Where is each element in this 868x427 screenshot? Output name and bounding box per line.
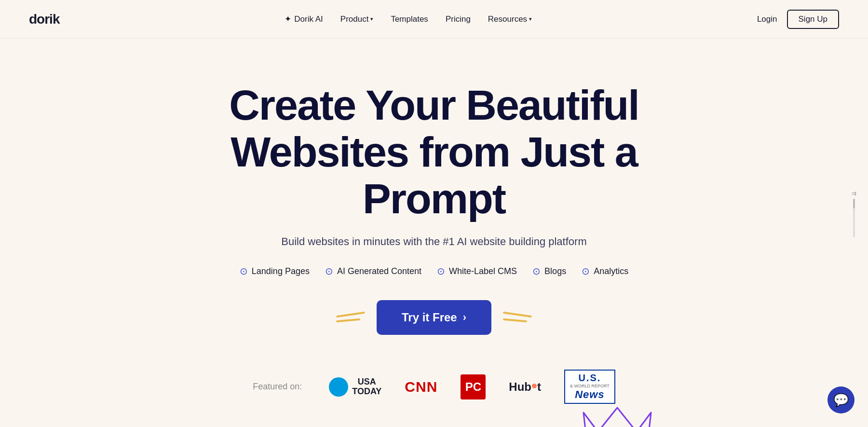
nav-item-templates[interactable]: Templates — [391, 14, 428, 24]
feature-list: ⊙ Landing Pages ⊙ AI Generated Content ⊙… — [240, 265, 628, 277]
nav-links: ✦ Dorik AI Product ▾ Templates Pricing R… — [285, 14, 532, 24]
nav-item-resources[interactable]: Resources ▾ — [488, 14, 532, 24]
nav-auth: Login Sign Up — [757, 10, 839, 29]
nav-item-pricing[interactable]: Pricing — [446, 14, 471, 24]
nav-templates-label: Templates — [391, 14, 428, 24]
squiggle-right-decoration — [503, 314, 532, 321]
hubspot-dot-icon — [532, 384, 537, 388]
check-icon-2: ⊙ — [325, 265, 333, 277]
hero-title-line1: Create Your Beautiful — [229, 81, 639, 129]
squiggle-line-4 — [503, 318, 527, 322]
scroll-expand-icon[interactable]: ⇉ — [852, 190, 856, 197]
logo-text: dorik — [29, 12, 59, 27]
chat-bubble-button[interactable]: 💬 — [827, 386, 854, 413]
feature-label-2: AI Generated Content — [337, 266, 421, 276]
feature-analytics: ⊙ Analytics — [582, 265, 628, 277]
logo-usnews: U.S. & WORLD REPORT News — [564, 370, 615, 404]
squiggle-line-2 — [336, 318, 360, 322]
navbar: dorik ✦ Dorik AI Product ▾ Templates Pri… — [0, 0, 868, 39]
feature-label-5: Analytics — [594, 266, 628, 276]
logo[interactable]: dorik — [29, 12, 59, 27]
logo-pcmag: PC — [461, 374, 486, 399]
squiggle-line-1 — [336, 312, 365, 317]
featured-logos-row: USATODAY CNN PC Hub t U.S. & WORLD REPOR… — [329, 370, 615, 404]
nav-item-dorik-ai[interactable]: ✦ Dorik AI — [285, 14, 323, 24]
usnews-news: News — [575, 388, 604, 401]
hero-section: Create Your Beautiful Websites from Just… — [0, 39, 868, 427]
nav-pricing-label: Pricing — [446, 14, 471, 24]
nav-item-product[interactable]: Product ▾ — [340, 14, 374, 24]
usnews-us: U.S. — [578, 372, 601, 384]
feature-blogs: ⊙ Blogs — [532, 265, 566, 277]
logo-usatoday: USATODAY — [329, 377, 381, 397]
feature-label-3: White-Label CMS — [449, 266, 517, 276]
cta-row: Try it Free › — [336, 300, 532, 335]
nav-product-label: Product — [340, 14, 369, 24]
resources-chevron-icon: ▾ — [529, 16, 532, 22]
feature-label-1: Landing Pages — [252, 266, 310, 276]
crown-decoration — [574, 403, 661, 427]
nav-resources-label: Resources — [488, 14, 527, 24]
feature-label-4: Blogs — [544, 266, 566, 276]
try-free-arrow-icon: › — [463, 311, 466, 324]
scroll-thumb[interactable] — [853, 199, 855, 208]
chat-icon: 💬 — [833, 393, 849, 408]
try-free-label: Try it Free — [402, 311, 457, 324]
try-free-button[interactable]: Try it Free › — [377, 300, 491, 335]
squiggle-left-decoration — [336, 314, 365, 321]
product-chevron-icon: ▾ — [370, 16, 373, 22]
hero-title-line2: Websites from Just a Prompt — [231, 128, 637, 222]
scroll-widget[interactable]: ⇉ — [852, 190, 856, 237]
feature-landing-pages: ⊙ Landing Pages — [240, 265, 310, 277]
hero-title: Create Your Beautiful Websites from Just… — [169, 82, 699, 222]
featured-label: Featured on: — [253, 382, 302, 392]
logo-cnn: CNN — [405, 379, 437, 395]
signup-button[interactable]: Sign Up — [787, 10, 839, 29]
usatoday-text: USATODAY — [352, 377, 381, 397]
featured-on-section: Featured on: USATODAY CNN PC Hub t U.S. … — [253, 370, 615, 404]
login-link[interactable]: Login — [757, 14, 777, 24]
hubspot-text-hub: Hub — [509, 380, 531, 394]
hero-subtitle: Build websites in minutes with the #1 AI… — [281, 235, 586, 248]
hubspot-text-spot: t — [537, 380, 541, 394]
usnews-amp: & WORLD REPORT — [570, 384, 610, 388]
feature-ai-content: ⊙ AI Generated Content — [325, 265, 421, 277]
squiggle-line-3 — [503, 312, 532, 317]
usatoday-dot — [329, 377, 348, 397]
check-icon-5: ⊙ — [582, 265, 590, 277]
check-icon-1: ⊙ — [240, 265, 248, 277]
ai-icon: ✦ — [285, 14, 291, 24]
check-icon-4: ⊙ — [532, 265, 541, 277]
logo-hubspot: Hub t — [509, 380, 541, 394]
check-icon-3: ⊙ — [437, 265, 445, 277]
feature-white-label: ⊙ White-Label CMS — [437, 265, 517, 277]
nav-dorik-ai-label: Dorik AI — [294, 14, 323, 24]
scroll-track[interactable] — [853, 199, 855, 237]
